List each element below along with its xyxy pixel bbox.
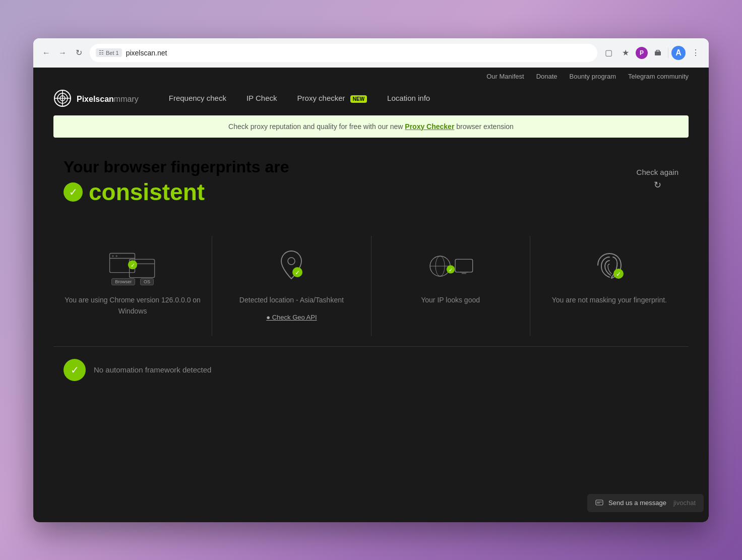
hero-title: Your browser fingerprints are [64, 158, 289, 176]
nav-buttons: ← → ↻ [39, 46, 86, 60]
new-badge: NEW [350, 95, 367, 103]
promo-text-before: Check proxy reputation and quality for f… [228, 122, 405, 131]
proxy-checker-label: Proxy checker [297, 94, 345, 102]
cards-section: ✓ Browser OS You are using Chrome versio… [33, 226, 709, 346]
ip-text: Your IP looks good [421, 294, 480, 305]
automation-check-icon: ✓ [64, 359, 86, 381]
nav-telegram[interactable]: Telegram community [628, 73, 689, 80]
location-icon: ✓ [266, 246, 317, 286]
utility-nav: Our Manifest Donate Bounty program Teleg… [33, 68, 709, 85]
chat-provider: jivochat [673, 499, 696, 507]
nav-location-info[interactable]: Location info [387, 94, 430, 102]
svg-point-8 [115, 255, 117, 257]
check-again-button[interactable]: Check again ↻ [637, 168, 678, 191]
profile-button[interactable]: A [671, 46, 686, 60]
hero-status: ✓ consistent [64, 178, 289, 206]
proxy-checker-link[interactable]: Proxy Checker [405, 122, 454, 131]
tab-label: Bet 1 [106, 50, 119, 56]
website-content: Our Manifest Donate Bounty program Teleg… [33, 68, 709, 522]
forward-button[interactable]: → [55, 46, 70, 60]
hero-text: Your browser fingerprints are ✓ consiste… [64, 158, 289, 206]
svg-text:✓: ✓ [295, 269, 300, 276]
tab-favicon: ☷ Bet 1 [96, 48, 122, 57]
refresh-icon: ↻ [654, 179, 661, 191]
cast-button[interactable]: ▢ [601, 46, 615, 60]
svg-text:✓: ✓ [449, 267, 453, 272]
nav-proxy-checker[interactable]: Proxy checker NEW [297, 94, 367, 102]
logo-text: Pixelscanmmary [77, 92, 139, 105]
fingerprint-card: ✓ You are not masking your fingerprint. [530, 236, 689, 336]
browser-os-text: You are using Chrome version 126.0.0.0 o… [64, 294, 202, 317]
svg-rect-19 [455, 259, 473, 272]
svg-point-13 [288, 258, 295, 265]
logo-suffix: mmary [114, 95, 139, 103]
check-again-label: Check again [637, 168, 678, 176]
nav-donate[interactable]: Donate [536, 73, 558, 80]
extensions-button[interactable] [651, 46, 665, 60]
bookmark-button[interactable]: ★ [619, 46, 633, 60]
browser-chrome: ← → ↻ ☷ Bet 1 pixelscan.net ▢ ★ P A ⋮ [33, 38, 709, 68]
nav-bounty[interactable]: Bounty program [570, 73, 616, 80]
hero-section: Your browser fingerprints are ✓ consiste… [33, 138, 709, 216]
browser-os-icon: ✓ Browser OS [107, 246, 158, 286]
menu-button[interactable]: ⋮ [689, 46, 703, 60]
promo-banner: Check proxy reputation and quality for f… [53, 115, 689, 138]
nav-frequency[interactable]: Frequency check [169, 94, 226, 102]
status-word: consistent [89, 178, 205, 206]
toolbar-divider [668, 48, 668, 58]
svg-text:✓: ✓ [131, 262, 135, 268]
location-card: ✓ Detected location - Asia/Tashkent ● Ch… [212, 236, 371, 336]
url-display: pixelscan.net [126, 49, 591, 57]
address-bar[interactable]: ☷ Bet 1 pixelscan.net [90, 44, 597, 62]
reload-button[interactable]: ↻ [72, 46, 86, 60]
back-button[interactable]: ← [39, 46, 53, 60]
nav-our-manifest[interactable]: Our Manifest [486, 73, 524, 80]
logo: Pixelscanmmary [53, 89, 139, 107]
svg-rect-26 [596, 500, 603, 505]
fingerprint-text: You are not masking your fingerprint. [552, 294, 667, 305]
chat-icon [595, 499, 603, 507]
chat-widget[interactable]: Send us a message jivochat [587, 494, 704, 512]
chat-label: Send us a message [608, 499, 666, 507]
status-check-icon: ✓ [64, 182, 83, 202]
main-nav: Pixelscanmmary Frequency check IP Check … [33, 85, 709, 115]
svg-rect-21 [461, 272, 466, 274]
ip-card: ✓ Your IP looks good [372, 236, 530, 336]
fingerprint-icon: ✓ [584, 246, 635, 286]
svg-text:✓: ✓ [616, 271, 621, 278]
automation-section: ✓ No automation framework detected [33, 347, 709, 393]
automation-text: No automation framework detected [94, 365, 211, 374]
extension-icon[interactable]: P [636, 47, 648, 59]
nav-ip-check[interactable]: IP Check [246, 94, 277, 102]
location-text: Detected location - Asia/Tashkent [239, 294, 344, 305]
ip-icon: ✓ [425, 246, 476, 286]
toolbar-icons: ▢ ★ P A ⋮ [601, 46, 703, 60]
promo-text-after: browser extension [456, 122, 514, 131]
svg-point-7 [112, 255, 114, 257]
browser-os-card: ✓ Browser OS You are using Chrome versio… [53, 236, 212, 336]
check-geo-api-link[interactable]: ● Check Geo API [266, 314, 317, 321]
location-text-content: Detected location - Asia/Tashkent [239, 296, 344, 304]
